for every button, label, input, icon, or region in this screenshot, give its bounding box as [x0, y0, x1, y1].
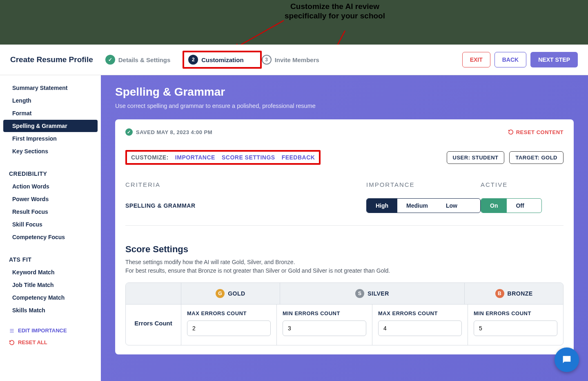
sidebar-item[interactable]: Skills Match	[3, 304, 98, 316]
customize-link[interactable]: IMPORTANCE	[175, 154, 215, 161]
score-cell-label: MIN ERRORS COUNT	[283, 310, 366, 316]
next-step-button[interactable]: NEXT STEP	[530, 52, 578, 67]
sidebar-item[interactable]: Keyword Match	[3, 266, 98, 278]
sidebar-item[interactable]: Competency Focus	[3, 231, 98, 243]
customize-link[interactable]: FEEDBACK	[282, 154, 315, 161]
score-row-label: Errors Count	[126, 304, 181, 345]
reset-content-button[interactable]: RESET CONTENT	[508, 129, 564, 135]
score-input[interactable]	[378, 320, 462, 336]
reset-all-button[interactable]: RESET ALL	[0, 336, 101, 348]
step-label: Details & Settings	[118, 56, 171, 63]
tier-silver: SSILVER	[280, 283, 465, 304]
reset-icon	[508, 129, 514, 135]
customize-label: CUSTOMIZE:	[131, 154, 169, 161]
divider	[125, 225, 564, 226]
score-cell-label: MAX ERRORS COUNT	[187, 310, 271, 316]
score-cell: MAX ERRORS COUNT	[372, 304, 468, 345]
sidebar-item[interactable]: Job Title Match	[3, 279, 98, 291]
tier-gold: GGOLD	[181, 283, 280, 304]
importance-segment: HighMediumLow	[366, 198, 481, 213]
check-icon: ✓	[105, 55, 115, 65]
sidebar-item[interactable]: First Impression	[3, 132, 98, 145]
segment-option[interactable]: Low	[437, 199, 466, 213]
customize-link[interactable]: SCORE SETTINGS	[222, 154, 275, 161]
sidebar-item[interactable]: Competency Match	[3, 291, 98, 304]
saved-text: SAVED MAY 8, 2023 4:00 PM	[136, 129, 212, 135]
sidebar-item[interactable]: Action Words	[3, 180, 98, 193]
annotation-text: Customize the AI review specifically for…	[282, 2, 388, 21]
step-number: 3	[262, 55, 272, 65]
tier-bronze: BBRONZE	[464, 283, 563, 304]
sidebar-item[interactable]: Key Sections	[3, 145, 98, 157]
step-customization[interactable]: 2 Customization	[188, 55, 243, 65]
score-input[interactable]	[474, 320, 557, 336]
gold-badge-icon: G	[216, 289, 225, 298]
highlight-box-step: 2 Customization	[183, 51, 261, 69]
score-desc: These settings modify how the AI will ra…	[125, 258, 564, 275]
stepper-bar: Create Resume Profile ✓ Details & Settin…	[0, 45, 588, 75]
sidebar-item[interactable]: Skill Focus	[3, 218, 98, 231]
reset-label: RESET CONTENT	[516, 129, 564, 135]
back-button[interactable]: BACK	[494, 52, 526, 67]
score-cell: MAX ERRORS COUNT	[181, 304, 276, 345]
sidebar: Summary StatementLengthFormatSpelling & …	[0, 75, 101, 381]
step-label: Customization	[201, 56, 243, 63]
criteria-name: SPELLING & GRAMMAR	[125, 202, 366, 209]
sidebar-item[interactable]: Format	[3, 107, 98, 119]
check-icon: ✓	[125, 128, 133, 136]
sidebar-item[interactable]: Spelling & Grammar	[3, 120, 98, 132]
segment-option[interactable]: Medium	[397, 199, 437, 213]
col-active: ACTIVE	[481, 181, 542, 188]
score-cell: MIN ERRORS COUNT	[468, 304, 563, 345]
filter-pill[interactable]: TARGET: GOLD	[509, 151, 564, 164]
bronze-badge-icon: B	[495, 289, 504, 298]
segment-option[interactable]: Off	[507, 199, 533, 213]
main-panel: Spelling & Grammar Use correct spelling …	[101, 75, 588, 381]
sidebar-heading: ATS FIT	[0, 253, 101, 266]
col-criteria: CRITERIA	[125, 181, 366, 188]
segment-option[interactable]: On	[481, 199, 507, 213]
score-cell-label: MIN ERRORS COUNT	[474, 310, 557, 316]
silver-badge-icon: S	[355, 289, 364, 298]
tier-blank	[126, 283, 181, 304]
chat-fab[interactable]	[555, 347, 579, 372]
reset-icon	[9, 340, 15, 345]
score-table: GGOLD SSILVER BBRONZE Errors CountMAX ER…	[125, 282, 564, 345]
score-cell: MIN ERRORS COUNT	[276, 304, 372, 345]
score-input[interactable]	[187, 320, 271, 336]
saved-status: ✓ SAVED MAY 8, 2023 4:00 PM	[125, 128, 212, 136]
edit-importance-button[interactable]: EDIT IMPORTANCE	[0, 325, 101, 336]
sidebar-item[interactable]: Length	[3, 94, 98, 107]
sidebar-item[interactable]: Result Focus	[3, 206, 98, 218]
svg-line-0	[237, 20, 284, 47]
customization-card: ✓ SAVED MAY 8, 2023 4:00 PM RESET CONTEN…	[115, 119, 574, 354]
sidebar-item[interactable]: Summary Statement	[3, 82, 98, 94]
score-input[interactable]	[283, 320, 366, 336]
step-details[interactable]: ✓ Details & Settings	[105, 55, 171, 65]
segment-option[interactable]: High	[367, 199, 397, 213]
step-invite[interactable]: 3 Invite Members	[262, 55, 319, 65]
sliders-icon	[9, 328, 15, 334]
col-importance: IMPORTANCE	[366, 181, 481, 188]
score-cell-label: MAX ERRORS COUNT	[378, 310, 462, 316]
sidebar-item[interactable]: Power Words	[3, 193, 98, 205]
step-number: 2	[188, 55, 198, 65]
section-subtitle: Use correct spelling and grammar to ensu…	[115, 103, 574, 109]
filter-pill[interactable]: USER: STUDENT	[447, 151, 505, 164]
chat-icon	[561, 354, 572, 365]
sidebar-heading: CREDIBILITY	[0, 168, 101, 180]
exit-button[interactable]: EXIT	[462, 52, 490, 67]
page-title: Create Resume Profile	[10, 55, 93, 64]
section-title: Spelling & Grammar	[115, 85, 574, 99]
step-label: Invite Members	[275, 56, 319, 63]
score-settings-title: Score Settings	[125, 244, 564, 255]
highlight-box-customize: CUSTOMIZE:IMPORTANCESCORE SETTINGSFEEDBA…	[125, 150, 321, 165]
active-segment: OnOff	[481, 198, 542, 213]
